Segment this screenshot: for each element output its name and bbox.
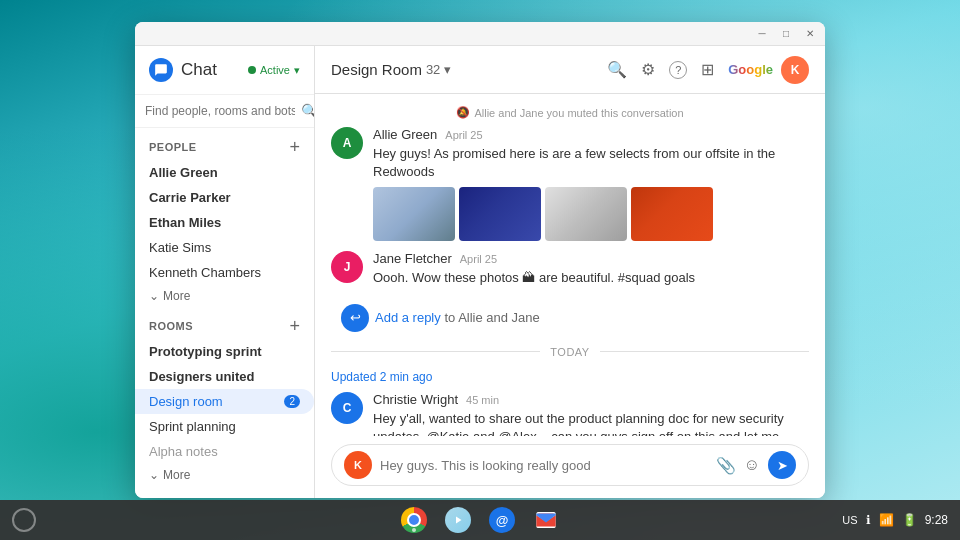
message-header: Jane Fletcher April 25 — [373, 251, 809, 266]
settings-icon[interactable]: ⚙ — [641, 60, 655, 79]
meet-icon: @ — [489, 507, 515, 533]
updated-notice: Updated 2 min ago — [331, 366, 809, 392]
people-section-title: PEOPLE — [149, 141, 197, 153]
message-author: Christie Wright — [373, 392, 458, 407]
sidebar-item-kenneth-chambers[interactable]: Kenneth Chambers — [135, 260, 314, 285]
sidebar-item-allie-green[interactable]: Allie Green — [135, 160, 314, 185]
chevron-down-icon: ⌄ — [149, 468, 159, 482]
taskbar-left — [12, 508, 36, 532]
rooms-more-button[interactable]: ⌄ More — [135, 464, 314, 486]
room-title: Design Room — [331, 61, 422, 78]
divider-label: TODAY — [550, 346, 589, 358]
message-body: Allie Green April 25 Hey guys! As promis… — [373, 127, 809, 241]
add-bot-button[interactable]: + — [289, 496, 300, 498]
unread-badge: 2 — [284, 395, 300, 408]
message-body: Christie Wright 45 min Hey y'all, wanted… — [373, 392, 809, 436]
google-apps-area: Google K — [728, 56, 809, 84]
rooms-section-title: ROOMS — [149, 320, 193, 332]
chat-header-icons: 🔍 ⚙ ? ⊞ Google K — [607, 56, 809, 84]
send-button[interactable]: ➤ — [768, 451, 796, 479]
sidebar-item-designers-united[interactable]: Designers united — [135, 364, 314, 389]
room-name: Design room — [149, 394, 223, 409]
window-chrome: ─ □ ✕ — [135, 22, 825, 46]
chrome-app-button[interactable] — [400, 506, 428, 534]
muted-notice: 🔕 Allie and Jane you muted this conversa… — [331, 102, 809, 127]
sidebar-item-prototyping-sprint[interactable]: Prototyping sprint — [135, 339, 314, 364]
user-avatar[interactable]: K — [781, 56, 809, 84]
google-logo: Google — [728, 62, 773, 77]
chevron-down-icon: ▾ — [294, 64, 300, 77]
minimize-button[interactable]: ─ — [755, 27, 769, 41]
message-time: April 25 — [460, 253, 497, 265]
sidebar-item-ethan-miles[interactable]: Ethan Miles — [135, 210, 314, 235]
photo-thumb-4[interactable] — [631, 187, 713, 241]
search-icon[interactable]: 🔍 — [607, 60, 627, 79]
sidebar-title: Chat — [181, 60, 240, 80]
person-name: Ethan Miles — [149, 215, 221, 230]
close-button[interactable]: ✕ — [803, 27, 817, 41]
help-icon[interactable]: ? — [669, 61, 687, 79]
active-label: Active — [260, 64, 290, 76]
avatar: A — [331, 127, 363, 159]
sidebar-item-katie-sims[interactable]: Katie Sims — [135, 235, 314, 260]
person-name: Allie Green — [149, 165, 218, 180]
notification-off-icon: 🔕 — [456, 106, 470, 119]
emoji-icon[interactable]: ☺ — [744, 456, 760, 474]
taskbar: @ US ℹ 📶 🔋 9:28 — [0, 500, 960, 540]
grid-icon[interactable]: ⊞ — [701, 60, 714, 79]
chat-header: Design Room 32 ▾ 🔍 ⚙ ? ⊞ Google K — [315, 46, 825, 94]
room-name: Alpha notes — [149, 444, 218, 459]
wifi-icon[interactable]: 📶 — [879, 513, 894, 527]
gmail-button[interactable] — [532, 506, 560, 534]
message-input-box: K 📎 ☺ ➤ — [331, 444, 809, 486]
launcher-button[interactable] — [12, 508, 36, 532]
people-more-button[interactable]: ⌄ More — [135, 285, 314, 307]
sidebar-item-design-room[interactable]: Design room 2 — [135, 389, 314, 414]
maximize-button[interactable]: □ — [779, 27, 793, 41]
clock: 9:28 — [925, 513, 948, 527]
play-store-button[interactable] — [444, 506, 472, 534]
message-text: Hey y'all, wanted to share out the produ… — [373, 410, 809, 436]
sidebar-item-alpha-notes[interactable]: Alpha notes — [135, 439, 314, 464]
active-status: Active ▾ — [248, 64, 300, 77]
message-author: Jane Fletcher — [373, 251, 452, 266]
reply-link[interactable]: ↩ Add a reply to Allie and Jane — [331, 298, 809, 338]
input-area: K 📎 ☺ ➤ — [315, 436, 825, 498]
reply-text: Add a reply to Allie and Jane — [375, 310, 540, 325]
avatar: C — [331, 392, 363, 424]
avatar: J — [331, 251, 363, 283]
sidebar-item-carrie-parker[interactable]: Carrie Parker — [135, 185, 314, 210]
message-header: Allie Green April 25 — [373, 127, 809, 142]
chat-header-title: Design Room 32 ▾ — [331, 61, 451, 78]
message-group-christie: C Christie Wright 45 min Hey y'all, want… — [331, 392, 809, 436]
attachment-icon[interactable]: 📎 — [716, 456, 736, 475]
message-input[interactable] — [380, 458, 708, 473]
reply-icon: ↩ — [341, 304, 369, 332]
region-indicator: US — [842, 514, 857, 526]
search-icon[interactable]: 🔍 — [301, 103, 315, 119]
message-time: 45 min — [466, 394, 499, 406]
photo-thumb-1[interactable] — [373, 187, 455, 241]
app-window: ─ □ ✕ Chat Active ▾ — [135, 22, 825, 498]
add-room-button[interactable]: + — [289, 317, 300, 335]
search-input[interactable] — [145, 104, 295, 118]
add-person-button[interactable]: + — [289, 138, 300, 156]
input-icons: 📎 ☺ ➤ — [716, 451, 796, 479]
people-section-header: PEOPLE + — [135, 128, 314, 160]
app-active-dot — [412, 528, 416, 532]
google-meet-button[interactable]: @ — [488, 506, 516, 534]
photo-grid — [373, 187, 809, 241]
message-time: April 25 — [445, 129, 482, 141]
taskbar-center: @ — [400, 506, 560, 534]
today-divider: TODAY — [331, 338, 809, 366]
chevron-down-icon[interactable]: ▾ — [444, 62, 451, 77]
message-text: Oooh. Wow these photos 🏔 are beautiful. … — [373, 269, 809, 287]
photo-thumb-2[interactable] — [459, 187, 541, 241]
messages-area: 🔕 Allie and Jane you muted this conversa… — [315, 94, 825, 436]
taskbar-right: US ℹ 📶 🔋 9:28 — [842, 513, 948, 527]
play-store-icon — [445, 507, 471, 533]
people-more-label: More — [163, 289, 190, 303]
divider-line — [600, 351, 809, 352]
sidebar-item-sprint-planning[interactable]: Sprint planning — [135, 414, 314, 439]
photo-thumb-3[interactable] — [545, 187, 627, 241]
